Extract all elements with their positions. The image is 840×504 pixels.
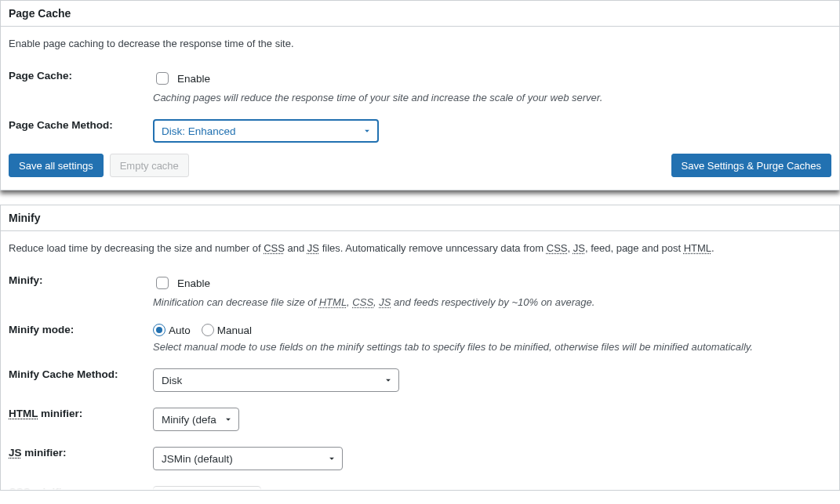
minify-mode-row: Minify mode: Auto Manual Select manual m… [9, 316, 831, 361]
css-abbr-2: CSS [547, 242, 568, 254]
js-abbr: JS [307, 242, 319, 254]
css-abbr: CSS [264, 242, 285, 254]
minify-enable-row: Minify: Enable Minification can decrease… [9, 267, 831, 316]
minify-panel: Minify Reduce load time by decreasing th… [0, 205, 840, 491]
js-minifier-row: JS minifier: JSMin (default) [9, 439, 831, 478]
minify-intro: Reduce load time by decreasing the size … [9, 242, 831, 254]
save-all-settings-button[interactable]: Save all settings [9, 154, 104, 177]
save-purge-button[interactable]: Save Settings & Purge Caches [671, 154, 832, 177]
minify-enable-label: Minify: [9, 267, 153, 316]
minify-enable-desc: Minification can decrease file size of H… [153, 296, 831, 308]
page-cache-method-select[interactable]: Disk: Enhanced [153, 119, 379, 143]
page-cache-title: Page Cache [1, 1, 839, 27]
minify-mode-auto-radio[interactable] [153, 324, 165, 336]
minify-cache-method-label: Minify Cache Method: [9, 361, 153, 400]
minify-form: Minify: Enable Minification can decrease… [9, 267, 831, 491]
page-cache-enable-desc: Caching pages will reduce the response t… [153, 92, 831, 103]
html-abbr: HTML [684, 242, 711, 254]
css-minifier-select[interactable]: Minify (default) [153, 486, 261, 491]
minify-cache-method-select[interactable]: Disk [153, 368, 399, 392]
css-minifier-label: CSS minifier: [9, 478, 153, 491]
minify-cache-method-row: Minify Cache Method: Disk [9, 361, 831, 400]
page-cache-body: Enable page caching to decrease the resp… [1, 27, 839, 190]
minify-mode-label: Minify mode: [9, 316, 153, 361]
minify-enable-checkbox-label[interactable]: Enable [177, 277, 210, 289]
page-cache-intro: Enable page caching to decrease the resp… [9, 38, 831, 49]
empty-cache-button: Empty cache [110, 154, 189, 177]
page-cache-enable-label: Page Cache: [9, 62, 153, 111]
page-cache-method-label: Page Cache Method: [9, 111, 153, 150]
page-cache-method-row: Page Cache Method: Disk: Enhanced [9, 111, 831, 150]
minify-enable-checkbox[interactable] [156, 277, 169, 289]
js-minifier-select[interactable]: JSMin (default) [153, 447, 343, 470]
page-cache-form: Page Cache: Enable Caching pages will re… [9, 62, 831, 150]
page-cache-enable-row: Page Cache: Enable Caching pages will re… [9, 62, 831, 111]
minify-mode-manual-radio[interactable] [202, 324, 214, 336]
page-cache-button-bar: Save all settings Empty cache Save Setti… [9, 150, 831, 179]
minify-mode-manual-label[interactable]: Manual [217, 325, 252, 336]
page-cache-enable-checkbox-label[interactable]: Enable [177, 73, 210, 85]
html-minifier-select[interactable]: Minify (default) [153, 408, 239, 431]
minify-mode-auto-label[interactable]: Auto [169, 325, 191, 336]
minify-body: Reduce load time by decreasing the size … [1, 231, 839, 491]
minify-mode-desc: Select manual mode to use fields on the … [153, 341, 831, 353]
html-minifier-row: HTML minifier: Minify (default) [9, 400, 831, 439]
js-abbr-2: JS [573, 242, 585, 254]
page-cache-panel: Page Cache Enable page caching to decrea… [0, 0, 840, 190]
js-minifier-label: JS minifier: [9, 439, 153, 478]
css-minifier-row: CSS minifier: Minify (default) [9, 478, 831, 491]
html-minifier-label: HTML minifier: [9, 400, 153, 439]
page-cache-enable-checkbox[interactable] [156, 72, 169, 85]
minify-title: Minify [1, 205, 839, 231]
